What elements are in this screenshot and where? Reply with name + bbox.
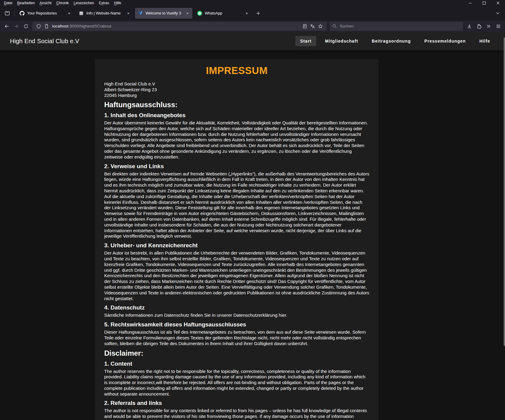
maximize-icon <box>482 1 486 5</box>
tab-bar: Your Repositories ✕ Info | Website-Name … <box>0 6 505 21</box>
address-line: Albert-Schweitzer-Ring 23 <box>104 87 369 92</box>
menu-items: Datei Bearbeiten Ansicht Chronik Lesezei… <box>0 0 124 6</box>
maximize-button[interactable] <box>477 0 491 6</box>
url-path: :3000/highendSC/about <box>68 24 111 28</box>
section-body: Der Autor übernimmt keinerlei Gewähr für… <box>104 120 369 160</box>
nav-start[interactable]: Start <box>295 36 316 46</box>
search-input[interactable] <box>339 24 461 29</box>
tab-title: Welcome to Vuetify 3 <box>146 11 185 15</box>
tab-whatsapp[interactable]: WhatsApp ✕ <box>194 8 252 19</box>
download-icon <box>467 24 472 29</box>
extensions-button[interactable] <box>474 22 484 30</box>
url-host: localhost <box>52 24 68 28</box>
list-all-tabs-button[interactable] <box>493 8 503 18</box>
section-body: The author is not responsible for any co… <box>104 408 369 420</box>
site-brand[interactable]: High End Social Club e.V <box>10 38 79 45</box>
bookmark-star-icon[interactable] <box>318 24 323 29</box>
section-heading-referrals: 2. Referrals and links <box>104 400 369 406</box>
section-heading-datenschutz: 4. Datenschutz <box>104 304 369 311</box>
reader-mode-icon[interactable] <box>302 24 307 29</box>
shield-icon[interactable] <box>36 24 41 29</box>
forward-button[interactable] <box>11 22 21 30</box>
chevron-down-icon <box>496 11 500 15</box>
section-heading-haftungsausschluss: Haftungsausschluss: <box>104 101 369 109</box>
document-favicon <box>79 11 84 16</box>
page-viewport: High End Social Club e.V Start Mitglieds… <box>0 32 505 420</box>
address-line: High End Social Club e.V <box>104 81 369 87</box>
menu-bearbeiten[interactable]: Bearbeiten <box>15 0 37 6</box>
address-line: 22045 Hamburg <box>104 92 369 98</box>
menu-datei[interactable]: Datei <box>2 0 15 6</box>
nav-hilfe[interactable]: Hilfe <box>474 36 495 46</box>
tab-title: WhatsApp <box>205 11 244 15</box>
tab-close-button[interactable]: ✕ <box>125 10 131 16</box>
plus-icon <box>256 11 260 15</box>
site-nav: Start Mitgliedschaft Beitragsordnung Pre… <box>295 36 495 46</box>
vertical-scrollbar[interactable] <box>504 37 505 346</box>
overflow-menu-button[interactable] <box>484 22 494 30</box>
nav-mitgliedschaft[interactable]: Mitgliedschaft <box>320 36 363 46</box>
firefox-view-icon <box>5 11 10 16</box>
section-heading-verweise: 2. Verweise und Links <box>104 163 369 170</box>
nav-pressemeldungen[interactable]: Pressemeldungen <box>420 36 471 46</box>
reload-button[interactable] <box>21 22 31 30</box>
nav-beitragsordnung[interactable]: Beitragsordnung <box>367 36 416 46</box>
navigation-toolbar: localhost:3000/highendSC/about <box>0 21 505 32</box>
whatsapp-icon <box>197 11 202 16</box>
window-controls <box>463 0 505 6</box>
github-icon <box>20 11 24 16</box>
back-icon <box>4 24 9 29</box>
tab-close-button[interactable]: ✕ <box>244 10 250 16</box>
tab-welcome-vuetify-active[interactable]: Welcome to Vuetify 3 ✕ <box>135 8 192 19</box>
browser-window: Datei Bearbeiten Ansicht Chronik Lesezei… <box>0 0 505 32</box>
site-app-bar: High End Social Club e.V Start Mitglieds… <box>0 32 505 50</box>
reload-icon <box>24 24 28 29</box>
section-heading-urheberrecht: 3. Urheber- und Kennzeichenrecht <box>104 242 369 249</box>
section-body: Der Autor ist bestrebt, in allen Publika… <box>104 250 369 301</box>
url-text[interactable]: localhost:3000/highendSC/about <box>52 24 111 28</box>
section-body: Bei direkten oder indirekten Verweisen a… <box>104 171 369 239</box>
section-heading-inhalt: 1. Inhalt des Onlineangebotes <box>104 112 369 119</box>
section-body: Sämtliche Informationen zum Datenschutz … <box>104 313 369 318</box>
new-tab-button[interactable] <box>253 8 263 18</box>
forward-icon <box>14 24 19 29</box>
minimize-button[interactable] <box>463 0 477 6</box>
tab-title: Info | Website-Name <box>86 11 125 15</box>
tab-close-button[interactable]: ✕ <box>185 10 191 16</box>
section-body: The author reserves the right not to be … <box>104 369 369 397</box>
page-info-icon[interactable] <box>44 24 49 29</box>
menu-lesezeichen[interactable]: Lesezeichen <box>71 0 96 6</box>
section-body: Dieser Haftungsausschluss ist als Teil d… <box>104 329 369 346</box>
hamburger-icon <box>496 24 501 29</box>
impressum-card: IMPRESSUM High End Social Club e.V Alber… <box>95 59 378 420</box>
section-heading-rechtswirksamkeit: 5. Rechtswirksamkeit dieses Haftungsauss… <box>104 321 369 328</box>
address-block: High End Social Club e.V Albert-Schweitz… <box>104 81 369 98</box>
menu-bar: Datei Bearbeiten Ansicht Chronik Lesezei… <box>0 0 505 6</box>
tab-your-repositories[interactable]: Your Repositories ✕ <box>17 8 74 19</box>
vuetify-icon <box>138 11 143 16</box>
close-window-button[interactable] <box>491 0 505 6</box>
back-button[interactable] <box>2 22 11 30</box>
downloads-button[interactable] <box>465 22 474 30</box>
page-title: IMPRESSUM <box>104 65 369 76</box>
menu-hilfe[interactable]: Hilfe <box>111 0 124 6</box>
minimize-icon <box>468 1 472 5</box>
tab-separator <box>14 10 14 16</box>
close-icon <box>496 1 500 5</box>
search-bar[interactable] <box>330 22 463 31</box>
menu-ansicht[interactable]: Ansicht <box>37 0 54 6</box>
tab-close-button[interactable]: ✕ <box>66 10 72 16</box>
double-chevron-icon <box>486 24 491 29</box>
url-bar[interactable]: localhost:3000/highendSC/about <box>32 22 327 31</box>
section-heading-content: 1. Content <box>104 361 369 367</box>
menu-chronik[interactable]: Chronik <box>54 0 71 6</box>
menu-extras[interactable]: Extras <box>96 0 111 6</box>
translate-icon[interactable] <box>310 24 315 29</box>
search-icon <box>332 24 337 28</box>
tab-info-website[interactable]: Info | Website-Name ✕ <box>76 8 133 19</box>
section-heading-disclaimer: Disclaimer: <box>104 349 369 357</box>
app-menu-button[interactable] <box>494 22 503 30</box>
puzzle-icon <box>477 24 481 29</box>
firefox-view-button[interactable] <box>2 8 12 18</box>
tab-title: Your Repositories <box>27 11 66 15</box>
